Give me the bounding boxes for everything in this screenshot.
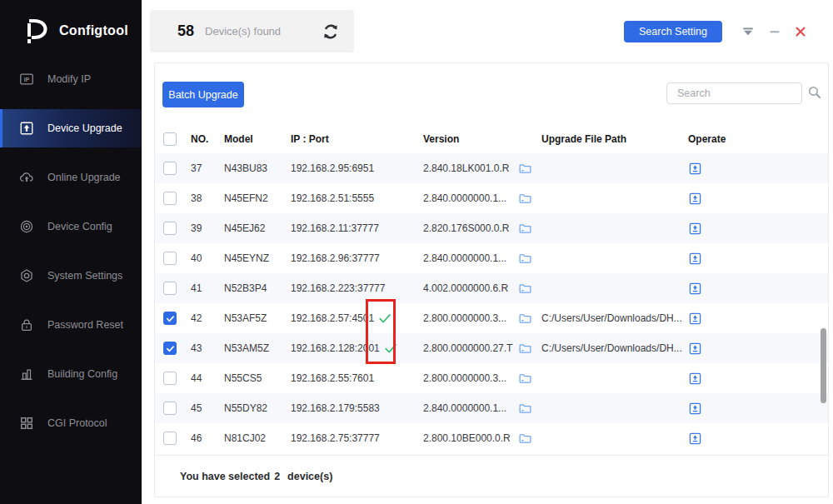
table-row: 42N53AF5Z192.168.2.57:45012.800.0000000.…	[155, 303, 828, 333]
cell-ip-port: 192.168.2.75:37777	[291, 432, 423, 444]
minimize-icon[interactable]	[767, 24, 782, 39]
cell-version: 2.800.0000000.3...	[423, 312, 518, 324]
selection-suffix: device(s)	[287, 471, 332, 482]
cgi-protocol-icon	[19, 416, 34, 431]
table-row: 44N55CS5192.168.2.55:76012.800.0000000.3…	[155, 363, 828, 393]
folder-icon[interactable]	[518, 162, 541, 176]
sidebar-item-cgi-protocol[interactable]: CGI Protocol	[0, 404, 142, 442]
selection-count: 2	[274, 471, 280, 482]
sidebar-item-modify-ip[interactable]: IPModify IP	[0, 60, 142, 98]
upload-icon[interactable]	[688, 312, 828, 326]
table-row: 38N45EFN2192.168.2.51:55552.840.0000000.…	[155, 183, 828, 213]
upload-icon[interactable]	[688, 192, 828, 206]
cell-no: 44	[183, 372, 215, 384]
row-checkbox[interactable]	[163, 342, 177, 355]
header-no: NO.	[183, 133, 215, 145]
sidebar-item-label: Password Reset	[47, 319, 123, 331]
cell-model: N45EFN2	[215, 192, 291, 204]
upgrade-success-check-icon	[383, 341, 398, 356]
folder-icon[interactable]	[518, 312, 541, 326]
cell-model: N45EYNZ	[215, 252, 291, 264]
table-row: 43N53AM5Z192.168.2.128:20012.800.0000000…	[155, 333, 828, 363]
table-row: 39N45EJ62192.168.2.11:377772.820.176S000…	[155, 213, 828, 243]
sidebar-menu: IPModify IPDevice UpgradeOnline UpgradeD…	[0, 60, 142, 453]
online-upgrade-icon	[19, 170, 34, 185]
device-config-icon	[19, 219, 34, 234]
row-checkbox[interactable]	[163, 222, 177, 235]
upload-icon[interactable]	[688, 162, 828, 176]
cell-ip-port: 192.168.2.128:2001	[291, 341, 423, 356]
row-checkbox[interactable]	[163, 162, 177, 175]
sidebar-item-system-settings[interactable]: System Settings	[0, 257, 142, 295]
vertical-scrollbar-thumb[interactable]	[821, 328, 826, 403]
sidebar-item-label: Building Config	[47, 368, 117, 380]
close-icon[interactable]	[793, 24, 808, 39]
cell-model: N55DY82	[215, 402, 291, 414]
upload-icon[interactable]	[688, 222, 828, 236]
cell-ip-port: 192.168.2.223:37777	[291, 282, 423, 294]
upload-icon[interactable]	[688, 282, 828, 296]
search-input[interactable]	[666, 82, 802, 104]
refresh-icon[interactable]	[321, 22, 341, 42]
sidebar-item-label: Device Upgrade	[47, 122, 122, 134]
search-setting-button[interactable]: Search Setting	[624, 21, 722, 42]
upload-icon[interactable]	[688, 402, 828, 416]
sidebar-item-password-reset[interactable]: Password Reset	[0, 306, 142, 344]
folder-icon[interactable]	[518, 372, 541, 386]
header-model: Model	[215, 133, 291, 145]
cell-ip-port: 192.168.2.57:4501	[291, 311, 423, 326]
cell-model: N53AF5Z	[215, 312, 291, 324]
sidebar-item-label: Online Upgrade	[47, 172, 121, 183]
row-checkbox[interactable]	[163, 402, 177, 415]
row-checkbox[interactable]	[163, 282, 177, 295]
folder-icon[interactable]	[518, 252, 541, 266]
sidebar-item-device-config[interactable]: Device Config	[0, 207, 142, 246]
upload-icon[interactable]	[688, 252, 828, 266]
selection-summary: You have selected 2 device(s)	[155, 455, 828, 497]
cell-ip-port: 192.168.2.179:5583	[291, 402, 423, 414]
folder-icon[interactable]	[518, 432, 541, 446]
search-icon[interactable]	[807, 85, 822, 100]
sidebar-item-label: Modify IP	[47, 73, 91, 85]
row-checkbox[interactable]	[163, 312, 177, 325]
upload-icon[interactable]	[688, 372, 828, 386]
cell-no: 37	[183, 162, 215, 174]
folder-icon[interactable]	[518, 402, 541, 416]
sidebar-item-device-upgrade[interactable]: Device Upgrade	[0, 109, 142, 147]
upload-icon[interactable]	[688, 342, 828, 356]
upload-icon[interactable]	[688, 432, 828, 446]
cell-model: N55CS5	[215, 372, 291, 384]
device-table-card: Batch Upgrade NO. Model IP : Port Versio…	[154, 62, 829, 497]
device-upgrade-icon	[19, 121, 34, 136]
folder-icon[interactable]	[518, 192, 541, 206]
cell-no: 46	[183, 432, 215, 444]
cell-ip-port: 192.168.2.95:6951	[291, 162, 423, 174]
folder-icon[interactable]	[518, 342, 541, 356]
row-checkbox[interactable]	[163, 372, 177, 385]
collapse-icon[interactable]	[741, 24, 756, 39]
cell-version: 2.840.18LK001.0.R	[423, 162, 518, 174]
sidebar-item-label: System Settings	[47, 270, 122, 282]
cell-upgrade-file-path: C:/Users/User/Downloads/DH...	[541, 312, 683, 324]
row-checkbox[interactable]	[163, 192, 177, 205]
cell-upgrade-file-path: C:/Users/User/Downloads/DH...	[541, 342, 683, 354]
configtool-logo-icon	[20, 17, 48, 45]
folder-icon[interactable]	[518, 282, 541, 296]
row-checkbox[interactable]	[163, 252, 177, 265]
modify-ip-icon: IP	[19, 72, 34, 87]
sidebar-item-online-upgrade[interactable]: Online Upgrade	[0, 158, 142, 197]
select-all-checkbox[interactable]	[163, 132, 177, 146]
table-row: 46N81CJ02192.168.2.75:377772.800.10BE000…	[155, 423, 828, 453]
cell-ip-port: 192.168.2.96:37777	[291, 252, 423, 264]
device-count-label: Device(s) found	[205, 25, 281, 37]
cell-no: 41	[183, 282, 215, 294]
cell-model: N53AM5Z	[215, 342, 291, 354]
cell-ip-port: 192.168.2.11:37777	[291, 222, 423, 234]
row-checkbox[interactable]	[163, 432, 177, 445]
batch-upgrade-button[interactable]: Batch Upgrade	[162, 82, 244, 107]
sidebar-item-building-config[interactable]: Building Config	[0, 355, 142, 393]
table-row: 41N52B3P4192.168.2.223:377774.002.000000…	[155, 273, 828, 303]
header-version: Version	[423, 133, 518, 145]
folder-icon[interactable]	[518, 222, 541, 236]
brand: Configtool	[20, 17, 128, 45]
